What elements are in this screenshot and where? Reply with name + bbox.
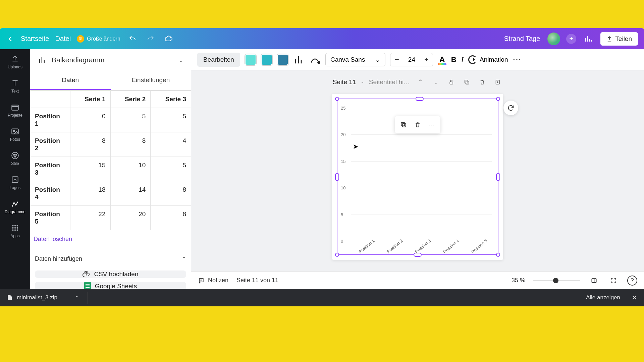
document-title[interactable]: Strand Tage [504,35,540,43]
font-size-minus[interactable]: − [390,55,403,64]
google-sheets-button[interactable]: Google Sheets [35,282,186,289]
data-cell[interactable]: 8 [151,181,191,205]
svg-point-8 [12,225,13,226]
file-menu[interactable]: Datei [55,35,71,43]
more-options-button[interactable]: ⋯ [425,118,438,131]
data-cell[interactable]: 0 [70,108,111,132]
cloud-sync-icon[interactable] [163,33,175,45]
more-button[interactable]: ⋯ [513,55,522,65]
font-size-value[interactable]: 24 [403,56,420,63]
undo-button[interactable] [126,33,139,45]
bar-chart-icon [38,55,47,65]
resize-handle[interactable] [496,97,500,101]
data-cell[interactable]: 5 [111,108,151,132]
nav-logos[interactable]: Logos [0,173,30,192]
resize-handle[interactable] [416,97,424,101]
font-select[interactable]: Canva Sans ⌄ [325,53,386,66]
data-cell[interactable]: 5 [151,157,191,181]
data-cell[interactable]: 22 [70,206,111,230]
nav-apps[interactable]: Apps [0,222,30,240]
fullscreen-button[interactable] [608,275,619,286]
resize-handle[interactable] [496,253,500,257]
svg-point-10 [16,225,18,226]
add-data-toggle[interactable]: Daten hinzufügen ⌃ [30,249,191,268]
duplicate-button[interactable] [397,118,410,131]
row-label[interactable]: Position 3 [30,157,70,181]
animation-button[interactable]: Animation [468,55,508,64]
notes-button[interactable]: Notizen [198,277,228,284]
edit-button[interactable]: Bearbeiten [197,53,240,67]
duplicate-page-icon[interactable] [462,77,472,87]
chevron-down-icon: ⌄ [375,56,380,64]
resize-handle[interactable] [496,173,500,181]
header-cell[interactable]: Serie 1 [70,90,111,108]
row-label[interactable]: Position 5 [30,206,70,230]
data-cell[interactable]: 18 [70,181,111,205]
data-cell[interactable]: 5 [151,108,191,132]
refresh-button[interactable] [503,101,518,115]
back-button[interactable] [6,35,15,43]
bold-button[interactable]: B [451,55,457,64]
nav-text[interactable]: Text [0,77,30,96]
download-file[interactable]: minimalist_3.zip ⌃ [7,294,79,301]
data-cell[interactable]: 8 [111,132,151,157]
svg-rect-19 [466,81,469,84]
lock-icon[interactable] [446,77,456,87]
resize-handle[interactable] [335,97,339,101]
nav-diagrams[interactable]: Diagramme [0,197,30,216]
upload-csv-button[interactable]: CSV hochladen [35,270,186,278]
color-swatch-2[interactable] [261,54,272,65]
font-size-plus[interactable]: + [420,55,433,64]
insights-button[interactable] [582,33,594,45]
data-cell[interactable]: 8 [70,132,111,157]
show-all-downloads[interactable]: Alle anzeigen [586,294,620,301]
line-style-icon[interactable] [309,54,321,65]
data-cell[interactable]: 4 [151,132,191,157]
row-label[interactable]: Position 2 [30,132,70,157]
data-cell[interactable]: 14 [111,181,151,205]
close-download-bar[interactable]: ✕ [632,294,637,302]
add-collaborator-button[interactable]: + [566,34,576,44]
resize-handle[interactable] [335,253,339,257]
redo-button[interactable] [145,33,157,45]
page-collapse-up-icon[interactable]: ⌃ [415,77,425,87]
zoom-thumb[interactable] [553,278,558,283]
nav-photos[interactable]: Fotos [0,125,30,144]
header-cell[interactable]: Serie 3 [151,90,191,108]
italic-button[interactable]: I [461,55,464,64]
canvas[interactable]: Seite 11 - Seitentitel hi… ⌃ ⌄ [191,70,644,272]
row-label[interactable]: Position 1 [30,108,70,132]
tab-data[interactable]: Daten [30,71,111,90]
nav-projects[interactable]: Projekte [0,101,30,120]
add-page-icon[interactable] [492,77,502,87]
nav-styles[interactable]: Stile [0,149,30,168]
resize-handle[interactable] [335,173,339,181]
delete-page-icon[interactable] [477,77,487,87]
resize-button[interactable]: ♛ Größe ändern [77,35,120,43]
data-cell[interactable]: 15 [70,157,111,181]
nav-uploads[interactable]: Uploads [0,53,30,71]
share-button[interactable]: Teilen [600,32,638,46]
header-cell[interactable]: Serie 2 [111,90,151,108]
page-title-placeholder[interactable]: Seitentitel hi… [369,78,410,86]
font-color-button[interactable]: A [438,55,446,64]
tab-settings[interactable]: Einstellungen [111,71,191,90]
color-swatch-1[interactable] [245,54,256,65]
page-collapse-down-icon[interactable]: ⌄ [431,77,441,87]
row-label[interactable]: Position 4 [30,181,70,205]
clear-data-button[interactable]: Daten löschen [30,230,191,249]
chart-settings-icon[interactable] [293,54,305,65]
zoom-slider[interactable] [533,280,580,281]
grid-view-button[interactable] [588,275,600,286]
delete-button[interactable] [411,118,424,131]
nav-text-label: Text [11,89,19,94]
chart-type-selector[interactable]: Balkendiagramm ⌄ [30,49,191,71]
avatar[interactable] [547,33,560,45]
home-link[interactable]: Startseite [21,35,49,43]
data-cell[interactable]: 8 [151,206,191,230]
data-cell[interactable]: 20 [111,206,151,230]
color-swatch-3[interactable] [277,54,288,65]
help-button[interactable]: ? [627,276,637,286]
header-cell[interactable] [30,90,70,108]
data-cell[interactable]: 10 [111,157,151,181]
